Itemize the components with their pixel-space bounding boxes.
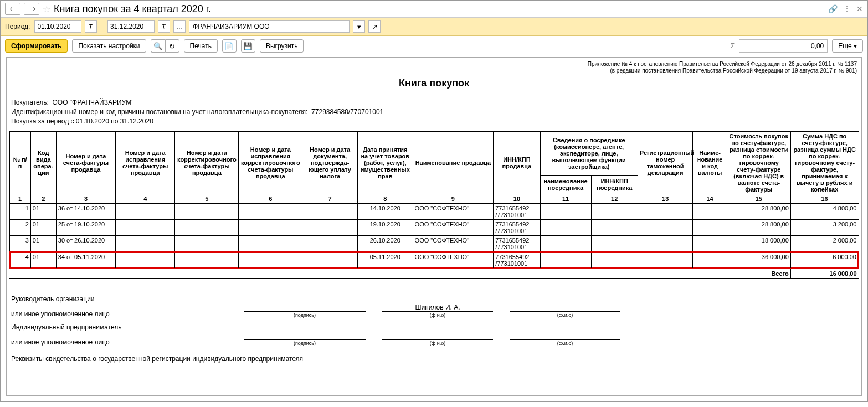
signature-block: Руководитель организации или иное уполно…: [11, 295, 857, 363]
link-icon[interactable]: 🔗: [828, 4, 838, 13]
purchase-table: № п/п Код вида опера­ции Номер и дата сч…: [9, 131, 859, 279]
calendar-to-icon[interactable]: 🗓: [158, 20, 170, 33]
column-number-row: 123 456 789 101112 131415 16: [9, 194, 859, 204]
sum-box: 0,00: [739, 39, 828, 53]
forward-button[interactable]: 🡒: [24, 3, 39, 15]
table-row[interactable]: 30130 от 26.10.202026.10.2020ООО "СОФТЕХ…: [9, 236, 859, 253]
table-row[interactable]: 10136 от 14.10.202014.10.2020ООО "СОФТЕХ…: [9, 204, 859, 220]
th-14: Наиме­нование и код валюты: [693, 132, 727, 194]
period-toolbar: Период: 🗓 – 🗓 ... ▾ ↗: [1, 18, 867, 36]
th-4: Номер и дата исправления счета-фактуры п…: [116, 132, 175, 194]
th-13: Регистрационный номер таможенной деклара…: [638, 132, 693, 194]
preview-icon[interactable]: 📄: [222, 39, 237, 53]
period-label: Период:: [5, 23, 30, 30]
th-6: Номер и дата исправления корректировоч­н…: [239, 132, 302, 194]
period-picker-button[interactable]: ...: [173, 20, 186, 33]
th-2: Код вида опера­ции: [30, 132, 56, 194]
titlebar: 🡐 🡒 ☆ Книга покупок за 4 квартал 2020 г.…: [1, 1, 867, 18]
th-9: Наименование продавца: [413, 132, 494, 194]
th-15: Стоимость покупок по счету-фактуре, разн…: [727, 132, 790, 194]
th-16: Сумма НДС по счету-фактуре, разница сумм…: [790, 132, 859, 194]
th-mid: Сведения о посреднике (комиссионере, аге…: [540, 132, 638, 175]
form-button[interactable]: Сформировать: [5, 39, 68, 53]
th-7: Номер и дата документа, подтвержда­ющего…: [302, 132, 358, 194]
org-open-icon[interactable]: ↗: [368, 20, 381, 33]
period-dash: –: [100, 23, 104, 30]
actions-toolbar: Сформировать Показать настройки 🔍 ↻ Печа…: [1, 36, 867, 56]
period-from-input[interactable]: [34, 20, 81, 33]
upload-button[interactable]: Выгрузить: [260, 39, 304, 53]
th-11: наименование посредника: [540, 175, 591, 194]
table-row[interactable]: 20125 от 19.10.202019.10.2020ООО "СОФТЕХ…: [9, 220, 859, 236]
print-button[interactable]: Печать: [184, 39, 218, 53]
legal-text: Приложение № 4 к постановлению Правитель…: [9, 61, 857, 74]
search-icon[interactable]: 🔍: [151, 39, 165, 53]
th-1: № п/п: [9, 132, 30, 194]
report-meta: Покупатель: ООО "ФРАНЧАЙЗАРИУМ" Идентифи…: [11, 98, 857, 126]
save-icon[interactable]: 💾: [241, 39, 255, 53]
star-icon[interactable]: ☆: [43, 4, 50, 14]
th-3: Номер и дата счета-фактуры продавца: [56, 132, 115, 194]
window-title: Книга покупок за 4 квартал 2020 г.: [54, 3, 211, 15]
show-settings-button[interactable]: Показать настройки: [72, 39, 146, 53]
org-input[interactable]: [189, 20, 350, 33]
org-dropdown-icon[interactable]: ▾: [353, 20, 365, 33]
total-row: Всего16 000,00: [9, 269, 859, 279]
options-icon[interactable]: ⋮: [843, 4, 851, 13]
refresh-search-icon[interactable]: ↻: [165, 39, 179, 53]
report-title: Книга покупок: [9, 78, 859, 89]
th-10: ИНН/КПП продавца: [494, 132, 540, 194]
sigma-icon: Σ: [731, 42, 735, 50]
close-icon[interactable]: ✕: [856, 4, 863, 13]
th-5: Номер и дата корректировоч­ного счета-фа…: [175, 132, 239, 194]
th-8: Дата принятия на учет товаров (работ, ус…: [357, 132, 413, 194]
report-area: Приложение № 4 к постановлению Правитель…: [6, 57, 862, 396]
table-row[interactable]: 40134 от 05.11.202005.11.2020ООО "СОФТЕХ…: [9, 252, 859, 269]
more-button[interactable]: Еще ▾: [832, 39, 863, 53]
calendar-from-icon[interactable]: 🗓: [85, 20, 97, 33]
th-12: ИНН/КПП посредника: [591, 175, 638, 194]
signer-name: Шипилов И. А.: [415, 303, 460, 311]
back-button[interactable]: 🡐: [5, 3, 20, 15]
period-to-input[interactable]: [107, 20, 155, 33]
